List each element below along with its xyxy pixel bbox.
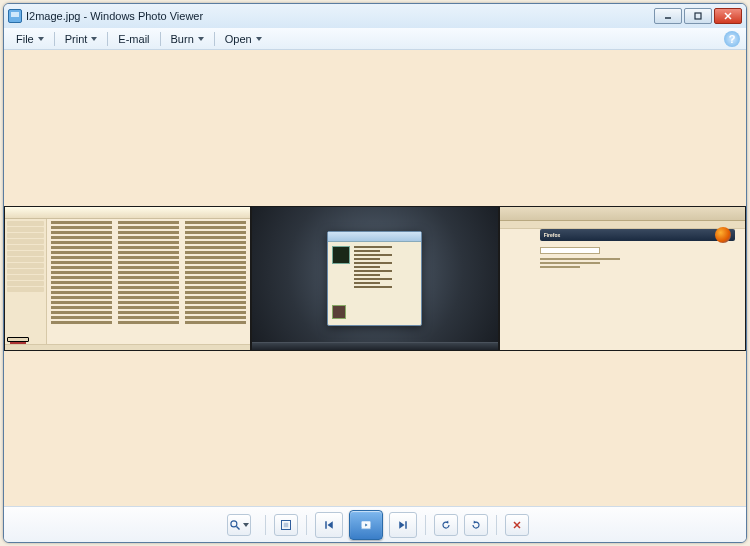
menu-separator xyxy=(214,32,215,46)
rotate-cw-icon xyxy=(470,519,482,531)
screenshot-panel-library xyxy=(4,206,251,351)
title-bar[interactable]: I2mage.jpg - Windows Photo Viewer xyxy=(4,4,746,28)
help-button[interactable]: ? xyxy=(724,31,740,47)
delete-icon xyxy=(511,519,523,531)
app-icon xyxy=(8,9,22,23)
window-title: I2mage.jpg - Windows Photo Viewer xyxy=(26,10,203,22)
viewer-controls xyxy=(4,506,746,542)
chevron-down-icon xyxy=(91,37,97,41)
screenshot-panel-browser: Firefox xyxy=(499,206,746,351)
menu-file[interactable]: File xyxy=(10,31,50,47)
chevron-down-icon xyxy=(198,37,204,41)
svg-rect-1 xyxy=(695,13,701,19)
actual-size-button[interactable] xyxy=(274,514,298,536)
menu-print-label: Print xyxy=(65,33,88,45)
photo-viewer-window: I2mage.jpg - Windows Photo Viewer File P… xyxy=(3,3,747,543)
svg-rect-11 xyxy=(362,528,371,529)
rotate-cw-button[interactable] xyxy=(464,514,488,536)
svg-line-5 xyxy=(237,526,240,529)
close-button[interactable] xyxy=(714,8,742,24)
screenshot-panel-desktop xyxy=(251,206,498,351)
svg-point-4 xyxy=(231,520,237,526)
prev-icon xyxy=(323,519,335,531)
menu-separator xyxy=(107,32,108,46)
menu-separator xyxy=(160,32,161,46)
slideshow-button[interactable] xyxy=(349,510,383,540)
menu-file-label: File xyxy=(16,33,34,45)
menu-burn[interactable]: Burn xyxy=(165,31,210,47)
fit-icon xyxy=(280,519,292,531)
maximize-button[interactable] xyxy=(684,8,712,24)
rotate-ccw-button[interactable] xyxy=(434,514,458,536)
minimize-button[interactable] xyxy=(654,8,682,24)
menu-bar: File Print E-mail Burn Open ? xyxy=(4,28,746,50)
displayed-image: Firefox xyxy=(4,206,746,351)
menu-separator xyxy=(54,32,55,46)
image-viewport[interactable]: Firefox xyxy=(4,50,746,506)
previous-button[interactable] xyxy=(315,512,343,538)
svg-rect-7 xyxy=(284,522,289,527)
svg-rect-8 xyxy=(325,521,327,529)
next-button[interactable] xyxy=(389,512,417,538)
rotate-ccw-icon xyxy=(440,519,452,531)
menu-email[interactable]: E-mail xyxy=(112,31,155,47)
chat-window xyxy=(327,231,422,326)
delete-button[interactable] xyxy=(505,514,529,536)
menu-print[interactable]: Print xyxy=(59,31,104,47)
svg-rect-14 xyxy=(405,521,407,529)
background-caption-blur xyxy=(10,526,350,538)
slideshow-icon xyxy=(360,519,372,531)
chevron-down-icon xyxy=(243,523,249,527)
svg-marker-9 xyxy=(328,521,333,529)
chevron-down-icon xyxy=(38,37,44,41)
menu-open-label: Open xyxy=(225,33,252,45)
svg-marker-13 xyxy=(399,521,404,529)
firefox-label: Firefox xyxy=(544,232,561,238)
menu-open[interactable]: Open xyxy=(219,31,268,47)
firefox-icon xyxy=(715,227,731,243)
next-icon xyxy=(397,519,409,531)
magnifier-icon xyxy=(229,519,241,531)
menu-email-label: E-mail xyxy=(118,33,149,45)
zoom-button[interactable] xyxy=(227,514,251,536)
menu-burn-label: Burn xyxy=(171,33,194,45)
chevron-down-icon xyxy=(256,37,262,41)
help-icon: ? xyxy=(729,33,736,45)
